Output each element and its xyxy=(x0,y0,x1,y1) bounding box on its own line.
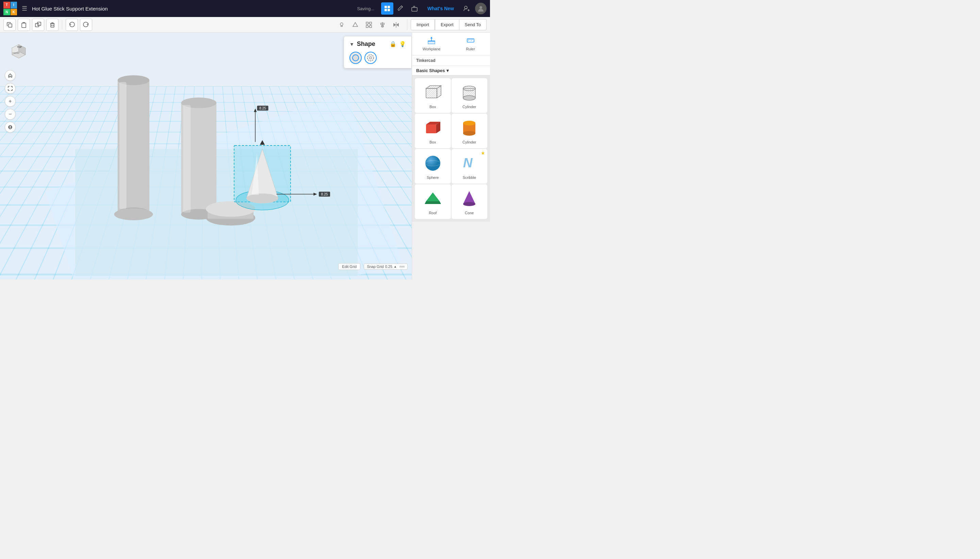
svg-point-89 xyxy=(425,156,440,171)
box-gray-label: Box xyxy=(429,105,436,109)
shape-item-box-gray[interactable]: Box xyxy=(415,78,451,113)
shape-btn[interactable] xyxy=(349,19,361,31)
svg-rect-4 xyxy=(412,7,417,11)
snap-grid-value: 0.25 xyxy=(385,265,392,269)
workplane-btn[interactable]: Workplane xyxy=(412,33,451,55)
undo-button[interactable] xyxy=(66,19,78,31)
ruler-btn[interactable]: Ruler xyxy=(451,33,490,55)
saving-status: Saving... xyxy=(357,6,374,11)
project-title: Hot Glue Stick Support Extension xyxy=(32,6,353,12)
3d-scene: 8.25 8.25 xyxy=(0,33,412,280)
cone-icon xyxy=(459,189,479,209)
svg-rect-7 xyxy=(8,24,12,27)
svg-point-87 xyxy=(463,121,475,126)
group-btn[interactable] xyxy=(363,19,375,31)
logo-t: T xyxy=(3,2,10,8)
basic-shapes-dropdown[interactable]: Basic Shapes ▾ xyxy=(416,68,449,73)
svg-marker-25 xyxy=(397,23,398,26)
svg-rect-11 xyxy=(51,23,54,27)
whats-new-button[interactable]: What's New xyxy=(424,4,457,13)
snap-grid-label: Snap Grid xyxy=(367,265,384,269)
box-wireframe-icon xyxy=(423,82,443,103)
light-icon[interactable]: 💡 xyxy=(399,41,406,47)
export-button[interactable]: Export xyxy=(435,19,459,30)
shape-item-scribble[interactable]: ★ N Scribble xyxy=(451,149,488,184)
top-nav: T I N K ☰ Hot Glue Stick Support Extensi… xyxy=(0,0,490,17)
briefcase-btn[interactable] xyxy=(408,2,421,15)
cylinder-wireframe-icon xyxy=(459,82,479,103)
user-controls xyxy=(461,3,487,14)
shape-type-buttons xyxy=(350,52,406,64)
nav-icons xyxy=(381,2,421,15)
shape-item-cylinder-gray[interactable]: Cylinder xyxy=(451,78,488,113)
hole-shape-btn[interactable] xyxy=(365,52,377,64)
svg-point-6 xyxy=(479,6,482,9)
svg-marker-92 xyxy=(426,192,439,201)
svg-point-88 xyxy=(463,131,475,136)
grid-view-btn[interactable] xyxy=(381,2,393,15)
copy-button[interactable] xyxy=(3,19,16,31)
workplane-ruler-panel: Workplane Ruler xyxy=(412,33,490,55)
toolbar-separator-1 xyxy=(62,20,62,30)
svg-rect-45 xyxy=(183,105,191,213)
paste-button[interactable] xyxy=(18,19,30,31)
box-red-label: Box xyxy=(429,140,436,144)
avatar[interactable] xyxy=(475,3,487,14)
tinkercad-label: Tinkercad xyxy=(416,58,435,63)
toolbar: Import Export Send To xyxy=(0,17,490,33)
expand-sidebar-btn[interactable]: ❯ xyxy=(412,171,413,184)
shape-item-sphere[interactable]: Sphere xyxy=(415,149,451,184)
scribble-label: Scribble xyxy=(463,175,476,180)
light-bulb-btn[interactable] xyxy=(335,19,348,31)
lock-icon[interactable]: 🔒 xyxy=(390,41,396,47)
svg-point-14 xyxy=(340,23,343,25)
edit-grid-btn[interactable]: Edit Grid xyxy=(338,263,360,270)
shape-item-cone[interactable]: Cone xyxy=(451,184,488,219)
main-area: TOP FRONT + − xyxy=(0,33,490,280)
svg-rect-19 xyxy=(370,25,371,28)
shape-panel-title: Shape xyxy=(357,40,375,48)
shapes-grid: Box Cylinder xyxy=(412,76,490,222)
solid-shape-btn[interactable] xyxy=(350,52,362,64)
align-btn[interactable] xyxy=(376,19,389,31)
viewport[interactable]: TOP FRONT + − xyxy=(0,33,412,280)
redo-button[interactable] xyxy=(80,19,92,31)
svg-text:8.25: 8.25 xyxy=(259,106,266,110)
snap-up-btn[interactable]: ▲ xyxy=(394,265,397,268)
shapes-library-header: Tinkercad xyxy=(412,55,490,66)
tinkercad-logo[interactable]: T I N K xyxy=(3,2,17,15)
import-button[interactable]: Import xyxy=(411,19,435,30)
menu-icon[interactable]: ☰ xyxy=(20,3,28,13)
delete-button[interactable] xyxy=(46,19,58,31)
svg-marker-93 xyxy=(425,201,441,204)
duplicate-button[interactable] xyxy=(32,19,44,31)
snap-unit: mm xyxy=(400,265,405,268)
svg-rect-16 xyxy=(366,22,368,24)
right-panel: Workplane Ruler Tinkercad xyxy=(412,33,490,280)
svg-rect-0 xyxy=(385,6,387,8)
dropdown-chevron-icon: ▾ xyxy=(446,68,449,73)
mirror-btn[interactable] xyxy=(390,19,402,31)
ruler-icon xyxy=(466,36,475,46)
svg-point-65 xyxy=(369,56,372,59)
shape-panel-toggle[interactable]: ▼ xyxy=(350,41,354,47)
basic-shapes-label: Basic Shapes xyxy=(416,68,445,73)
shape-item-roof[interactable]: Roof xyxy=(415,184,451,219)
logo-k: K xyxy=(10,9,17,16)
build-btn[interactable] xyxy=(395,2,407,15)
svg-point-40 xyxy=(114,208,153,220)
ruler-label: Ruler xyxy=(466,47,475,51)
sphere-icon xyxy=(423,153,443,174)
cylinder-orange-icon xyxy=(459,117,479,138)
shape-item-box-red[interactable]: Box xyxy=(415,114,451,148)
svg-rect-8 xyxy=(22,23,26,28)
svg-marker-56 xyxy=(254,109,257,112)
svg-rect-18 xyxy=(366,25,368,28)
add-user-button[interactable] xyxy=(461,3,472,14)
send-to-button[interactable]: Send To xyxy=(459,19,487,30)
svg-rect-3 xyxy=(388,9,390,11)
sphere-label: Sphere xyxy=(427,175,439,180)
bottom-controls: Edit Grid Snap Grid 0.25 ▲ mm xyxy=(338,263,408,270)
svg-rect-1 xyxy=(388,6,390,8)
shape-item-cylinder-orange[interactable]: Cylinder xyxy=(451,114,488,148)
